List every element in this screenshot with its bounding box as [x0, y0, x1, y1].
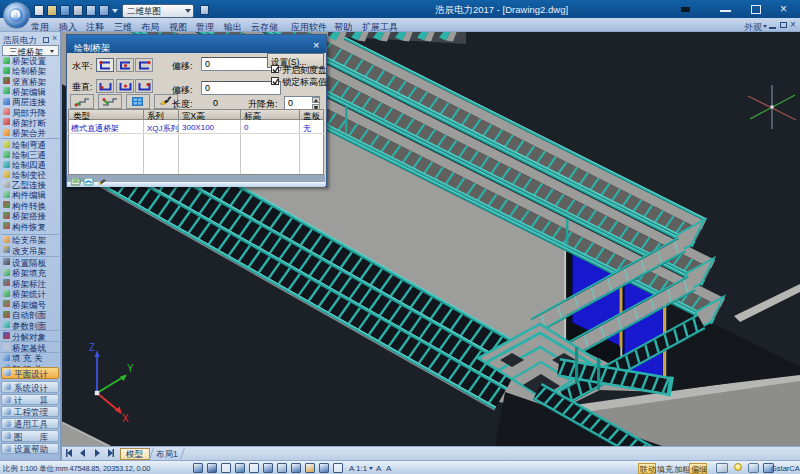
svg-text:Z: Z	[89, 342, 95, 353]
svg-text:Y: Y	[127, 363, 134, 374]
svg-text:X: X	[122, 413, 129, 424]
